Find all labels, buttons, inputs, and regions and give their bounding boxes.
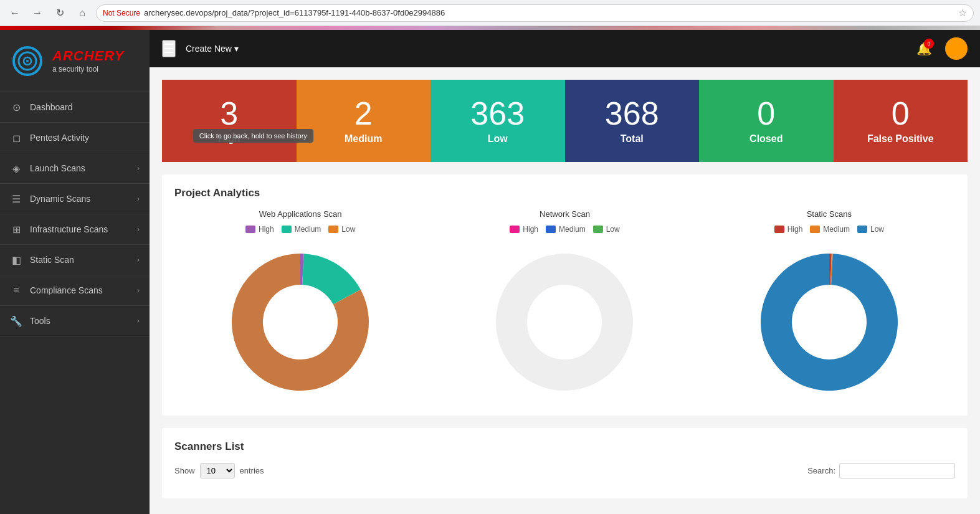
logo-title: ARCHERY bbox=[52, 48, 124, 64]
donut-network bbox=[483, 241, 645, 403]
home-button[interactable]: ⌂ bbox=[74, 4, 91, 22]
stats-row: 3 High Click to go back, hold to see his… bbox=[162, 80, 968, 162]
legend-label: High bbox=[259, 225, 274, 234]
legend-color bbox=[245, 226, 255, 233]
stat-card-medium[interactable]: 2 Medium bbox=[297, 80, 431, 162]
tooltip: Click to go back, hold to see history bbox=[193, 129, 313, 143]
address-bar[interactable]: Not Secure archerysec.devops/proj_data/?… bbox=[96, 4, 974, 22]
sidebar-label-static: Static Scan bbox=[30, 255, 130, 265]
sidebar-item-dashboard[interactable]: ⊙ Dashboard bbox=[0, 92, 150, 123]
entries-label: entries bbox=[240, 466, 264, 475]
stat-card-total[interactable]: 368 Total bbox=[565, 80, 700, 162]
bookmark-icon[interactable]: ☆ bbox=[958, 7, 967, 19]
stat-card-low[interactable]: 363 Low bbox=[431, 80, 565, 162]
sidebar-label-tools: Tools bbox=[30, 316, 130, 326]
stat-card-high[interactable]: 3 High Click to go back, hold to see his… bbox=[162, 80, 297, 162]
sidebar-item-pentest[interactable]: ◻ Pentest Activity bbox=[0, 123, 150, 153]
legend-color bbox=[328, 226, 338, 233]
create-new-button[interactable]: Create New ▾ bbox=[186, 44, 239, 54]
notification-bell-button[interactable]: 🔔 0 bbox=[913, 37, 935, 60]
chart-legend-web-app: HighMediumLow bbox=[245, 225, 355, 234]
stat-number-high: 3 bbox=[220, 97, 238, 130]
logo-subtitle: a security tool bbox=[52, 65, 124, 74]
legend-color bbox=[593, 226, 603, 233]
stat-label-high: High bbox=[218, 133, 240, 145]
chart-legend-static: HighMediumLow bbox=[774, 225, 884, 234]
legend-item: Low bbox=[593, 225, 620, 234]
scanners-title: Scanners List bbox=[174, 440, 955, 453]
not-secure-label: Not Secure bbox=[103, 9, 140, 17]
stat-number-medium: 2 bbox=[354, 97, 373, 130]
table-controls: Show 102550100 entries Search: bbox=[174, 463, 955, 478]
sidebar-label-infrastructure: Infrastructure Scans bbox=[30, 224, 130, 234]
compliance-icon: ≡ bbox=[10, 284, 22, 297]
legend-label: High bbox=[523, 225, 538, 234]
chevron-right-icon: › bbox=[137, 286, 140, 295]
entries-select[interactable]: 102550100 bbox=[200, 463, 235, 478]
stat-label-closed: Closed bbox=[749, 133, 783, 145]
chevron-right-icon: › bbox=[137, 194, 140, 203]
logo-area: ARCHERY a security tool bbox=[0, 30, 150, 92]
svg-point-3 bbox=[26, 60, 29, 62]
analytics-card: Project Analytics Web Applications ScanH… bbox=[162, 174, 968, 416]
sidebar-label-launch: Launch Scans bbox=[30, 163, 130, 173]
show-label: Show bbox=[174, 466, 195, 475]
app-container: ARCHERY a security tool ⊙ Dashboard ◻ Pe… bbox=[0, 30, 980, 514]
forward-button[interactable]: → bbox=[29, 4, 46, 22]
stat-number-low: 363 bbox=[470, 97, 525, 130]
stat-card-false-positive[interactable]: 0 False Positive bbox=[834, 80, 968, 162]
user-avatar[interactable] bbox=[945, 37, 968, 60]
sidebar-item-tools[interactable]: 🔧 Tools › bbox=[0, 306, 150, 336]
browser-chrome: ← → ↻ ⌂ Not Secure archerysec.devops/pro… bbox=[0, 0, 980, 26]
sidebar-item-launch[interactable]: ◈ Launch Scans › bbox=[0, 153, 150, 184]
address-text: archerysec.devops/proj_data/?project_id=… bbox=[144, 8, 954, 17]
chart-title-web-app: Web Applications Scan bbox=[259, 209, 342, 219]
sidebar-item-infrastructure[interactable]: ⊞ Infrastructure Scans › bbox=[0, 214, 150, 245]
logo-icon bbox=[10, 44, 45, 79]
stat-card-closed[interactable]: 0 Closed bbox=[699, 80, 834, 162]
legend-label: Medium bbox=[559, 225, 586, 234]
stat-label-total: Total bbox=[621, 133, 644, 145]
chevron-right-icon: › bbox=[137, 164, 140, 173]
sidebar: ARCHERY a security tool ⊙ Dashboard ◻ Pe… bbox=[0, 30, 150, 514]
stat-number-total: 368 bbox=[605, 97, 659, 130]
legend-item: Medium bbox=[810, 225, 850, 234]
sidebar-label-dynamic: Dynamic Scans bbox=[30, 194, 130, 204]
donut-segment-low bbox=[761, 254, 898, 391]
infrastructure-icon: ⊞ bbox=[10, 223, 22, 236]
legend-item: Low bbox=[857, 225, 884, 234]
legend-label: Low bbox=[606, 225, 620, 234]
legend-item: High bbox=[245, 225, 274, 234]
chevron-right-icon: › bbox=[137, 225, 140, 234]
search-input[interactable] bbox=[839, 463, 955, 478]
chart-title-network: Network Scan bbox=[540, 209, 590, 219]
sidebar-item-dynamic[interactable]: ☰ Dynamic Scans › bbox=[0, 184, 150, 214]
top-bar: ☰ Create New ▾ 🔔 0 bbox=[150, 30, 980, 67]
stat-label-false-positive: False Positive bbox=[867, 133, 934, 145]
sidebar-item-static[interactable]: ◧ Static Scan › bbox=[0, 245, 150, 275]
launch-icon: ◈ bbox=[10, 162, 22, 174]
legend-label: Low bbox=[341, 225, 355, 234]
main-area: ☰ Create New ▾ 🔔 0 3 High Click to go ba… bbox=[150, 30, 980, 514]
legend-color bbox=[857, 226, 867, 233]
back-button[interactable]: ← bbox=[6, 4, 24, 22]
logo-text: ARCHERY a security tool bbox=[52, 48, 124, 74]
dynamic-icon: ☰ bbox=[10, 193, 22, 205]
sidebar-nav: ⊙ Dashboard ◻ Pentest Activity ◈ Launch … bbox=[0, 92, 150, 514]
content-area: 3 High Click to go back, hold to see his… bbox=[150, 67, 980, 514]
legend-color bbox=[810, 226, 820, 233]
analytics-title: Project Analytics bbox=[174, 187, 955, 199]
sidebar-item-compliance[interactable]: ≡ Compliance Scans › bbox=[0, 275, 150, 306]
chevron-right-icon: › bbox=[137, 316, 140, 325]
notification-badge: 0 bbox=[924, 39, 934, 49]
legend-item: Medium bbox=[282, 225, 321, 234]
sidebar-label-pentest: Pentest Activity bbox=[30, 133, 140, 143]
stat-label-low: Low bbox=[488, 133, 508, 145]
refresh-button[interactable]: ↻ bbox=[51, 4, 69, 22]
chevron-right-icon: › bbox=[137, 255, 140, 264]
hamburger-button[interactable]: ☰ bbox=[162, 40, 176, 57]
sidebar-label-dashboard: Dashboard bbox=[30, 102, 140, 112]
chart-web-app: Web Applications ScanHighMediumLow bbox=[174, 209, 426, 403]
legend-color bbox=[546, 226, 556, 233]
chart-legend-network: HighMediumLow bbox=[510, 225, 619, 234]
